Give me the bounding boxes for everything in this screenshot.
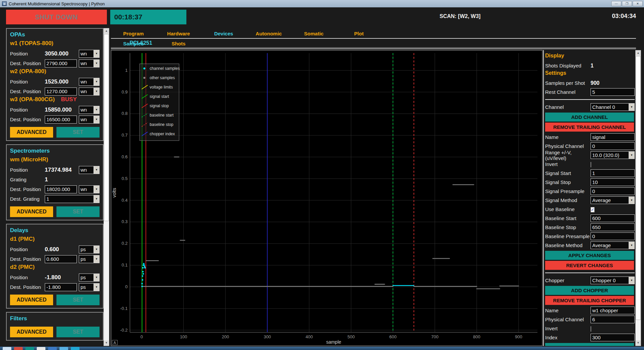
add-channel-button[interactable]: ADD CHANNEL — [545, 113, 634, 122]
remove-trailing-chopper-button[interactable]: REMOVE TRAILING CHOPPER — [545, 296, 634, 305]
range-select[interactable]: 10.0 (320.0)▼ — [591, 151, 635, 159]
w2-dest-units-select[interactable]: wn ▼ — [79, 88, 100, 96]
tab-somatic[interactable]: Somatic — [291, 29, 336, 38]
wm-dest-units-select[interactable]: wn ▼ — [79, 185, 100, 193]
chevron-down-icon: ▼ — [94, 50, 99, 57]
d1-name: d1 (PMC) — [10, 236, 100, 244]
revert-changes-button[interactable]: REVERT CHANGES — [545, 261, 634, 270]
taskbar-icon-4[interactable] — [37, 347, 45, 350]
w1-units-select[interactable]: wn ▼ — [79, 50, 100, 58]
close-button[interactable]: ✕ — [633, 1, 643, 6]
taskbar[interactable] — [0, 347, 644, 350]
scrollbar-thumb[interactable] — [636, 56, 641, 320]
delays-advanced-button[interactable]: ADVANCED — [10, 295, 53, 305]
shutdown-button[interactable]: SHUT DOWN — [6, 10, 107, 24]
scroll-up-icon[interactable]: ▲ — [104, 28, 109, 34]
tab-samples[interactable]: Samples — [111, 39, 156, 48]
minimize-button[interactable]: — — [611, 1, 621, 6]
maximize-button[interactable]: ❐ — [622, 1, 632, 6]
filters-set-button[interactable]: SET — [56, 327, 100, 337]
tab-autonomic[interactable]: Autonomic — [246, 29, 291, 38]
wm-dest-grating-select[interactable]: 1 ▼ — [45, 195, 100, 203]
chopper-select[interactable]: Chopper 0▼ — [591, 277, 635, 284]
spectrometers-set-button[interactable]: SET — [56, 206, 100, 217]
filters-advanced-button[interactable]: ADVANCED — [10, 327, 53, 337]
baseline-start-label: Baseline Start — [545, 215, 591, 221]
chopper-physical-channel-input[interactable] — [591, 316, 635, 323]
d2-units-select[interactable]: ps ▼ — [79, 274, 100, 282]
rest-channel-input[interactable] — [591, 88, 635, 96]
channel-name-input[interactable] — [591, 133, 635, 141]
baseline-method-select[interactable]: Average▼ — [591, 241, 635, 249]
baseline-presample-input[interactable] — [591, 232, 635, 240]
physical-channel-input[interactable] — [591, 142, 635, 150]
taskbar-icon-1[interactable] — [3, 347, 11, 350]
tab-plot[interactable]: Plot — [336, 29, 381, 38]
tab-hardware[interactable]: Hardware — [156, 29, 201, 38]
baseline-start-input[interactable] — [591, 214, 635, 222]
index-input[interactable] — [591, 334, 635, 341]
chopper-apply-changes-button[interactable]: APPLY CHANGES — [545, 343, 634, 346]
signal-stop-input[interactable] — [591, 178, 635, 186]
tab-program[interactable]: Program — [111, 29, 156, 38]
signal-presample-input[interactable] — [591, 187, 635, 195]
svg-text:0.8: 0.8 — [122, 111, 128, 116]
opas-set-button[interactable]: SET — [56, 127, 100, 138]
invert-checkbox[interactable] — [591, 162, 591, 167]
invert-label: Invert — [545, 161, 591, 167]
autoscale-button[interactable]: A — [112, 340, 118, 345]
channel-select[interactable]: Channel 0▼ — [591, 103, 635, 111]
svg-text:0.2: 0.2 — [122, 241, 128, 246]
taskbar-icon-3[interactable] — [25, 347, 34, 350]
w2-units-select[interactable]: wn ▼ — [79, 78, 100, 86]
svg-text:0.9: 0.9 — [122, 90, 128, 95]
samples-plot[interactable]: -0.2-0.100.10.20.30.40.50.60.70.80.91010… — [111, 50, 542, 346]
chopper-invert-checkbox[interactable] — [591, 326, 591, 332]
d2-dest-input[interactable] — [45, 283, 77, 291]
wm-dest-input[interactable] — [45, 185, 77, 193]
d2-dest-units-select[interactable]: ps ▼ — [79, 283, 100, 291]
chevron-down-icon: ▼ — [629, 242, 634, 249]
wm-units-select[interactable]: wn ▼ — [79, 166, 100, 174]
scroll-down-icon[interactable]: ▼ — [104, 340, 109, 346]
spectrometers-advanced-button[interactable]: ADVANCED — [10, 206, 53, 217]
taskbar-icon-5[interactable] — [48, 347, 57, 350]
tab-shots[interactable]: Shots — [156, 39, 201, 48]
scroll-down-icon[interactable]: ▼ — [636, 340, 641, 346]
w1-dest-units-select[interactable]: wn ▼ — [79, 59, 100, 67]
d1-dest-input[interactable] — [45, 255, 77, 263]
scroll-up-icon[interactable]: ▲ — [636, 50, 641, 56]
w3-dest-input[interactable] — [45, 116, 77, 124]
taskbar-icon-2[interactable] — [14, 347, 23, 350]
add-chopper-button[interactable]: ADD CHOPPER — [545, 286, 634, 295]
w2-dest-input[interactable] — [45, 88, 77, 96]
apply-changes-button[interactable]: APPLY CHANGES — [545, 251, 634, 260]
svg-text:500: 500 — [347, 334, 355, 339]
svg-text:signal start: signal start — [150, 94, 169, 99]
signal-method-select[interactable]: Average▼ — [591, 196, 635, 204]
signal-start-input[interactable] — [591, 169, 635, 177]
taskbar-icon-6[interactable] — [59, 347, 68, 350]
samples-plot-canvas[interactable]: -0.2-0.100.10.20.30.40.50.60.70.80.91010… — [111, 50, 542, 346]
w3-units-select[interactable]: wn ▼ — [79, 106, 100, 114]
signal-start-label: Signal Start — [545, 170, 591, 176]
settings-scrollbar[interactable]: ▲ ▼ — [635, 50, 641, 346]
scrollbar-thumb[interactable] — [104, 34, 109, 221]
delays-set-button[interactable]: SET — [56, 295, 100, 305]
use-baseline-checkbox[interactable]: ✓ — [591, 207, 595, 212]
d1-units-select[interactable]: ps ▼ — [79, 245, 100, 253]
w1-dest-input[interactable] — [45, 59, 77, 67]
window-titlebar[interactable]: ▦ Coherent Multidimensional Spectroscopy… — [0, 0, 644, 7]
chevron-down-icon: ▼ — [94, 88, 99, 95]
sidebar-scrollbar[interactable]: ▲ ▼ — [104, 28, 109, 346]
baseline-stop-input[interactable] — [591, 223, 635, 231]
remove-trailing-channel-button[interactable]: REMOVE TRAILING CHANNEL — [545, 123, 634, 132]
opas-advanced-button[interactable]: ADVANCED — [10, 127, 53, 138]
chopper-name-input[interactable] — [591, 307, 635, 314]
grating-label: Grating — [10, 177, 45, 182]
d1-dest-units-select[interactable]: ps ▼ — [79, 255, 100, 263]
w3-dest-units-select[interactable]: wn ▼ — [79, 116, 100, 124]
w3-dest-row: Dest. Position wn ▼ — [10, 115, 100, 124]
tab-devices[interactable]: Devices — [201, 29, 246, 38]
taskbar-icon-7[interactable] — [71, 347, 79, 350]
